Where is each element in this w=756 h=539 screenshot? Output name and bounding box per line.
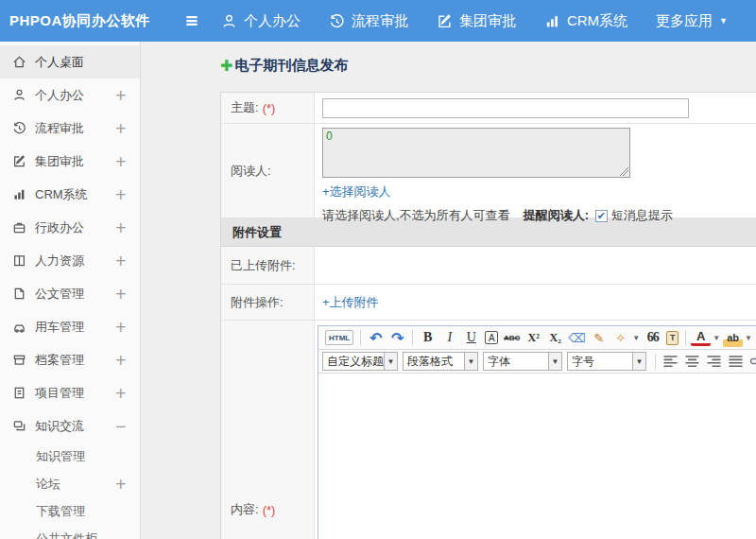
sidebar: 个人桌面 个人办公 + 流程审批 + 集团审批 + CRM系统 + 行政办公 + [0,42,141,539]
sidebar-item-personal-office[interactable]: 个人办公 + [0,78,140,112]
sidebar-subitem-forum[interactable]: 论坛 + [0,470,140,497]
sidebar-item-knowledge-exchange[interactable]: 知识交流 − [0,409,140,443]
expand-plus-icon[interactable]: + [114,476,127,493]
sidebar-item-admin-office[interactable]: 行政办公 + [0,211,140,244]
app-logo: PHPOA协同办公软件 [0,12,174,30]
sidebar-subitem-label: 论坛 [36,476,60,493]
source-code-button[interactable]: HTML [325,330,353,345]
expand-plus-icon[interactable]: + [114,286,127,303]
caret-down-icon: ▼ [384,353,397,370]
sidebar-subitem-public-cabinet[interactable]: 公共文件柜 [0,525,140,539]
readers-label: 阅读人: [231,163,271,180]
hamburger-menu-icon[interactable] [174,12,210,29]
sidebar-item-hr[interactable]: 人力资源 + [0,244,140,277]
readers-textarea[interactable]: 0 [322,128,630,178]
expand-plus-icon[interactable]: + [114,153,127,170]
format-brush-icon[interactable]: ✎ [589,328,609,347]
underline-button[interactable]: U [461,328,481,347]
caret-down-icon: ▼ [632,353,645,370]
font-style-button[interactable]: A [485,331,498,344]
upload-attachment-link[interactable]: +上传附件 [322,294,379,311]
subscript-button[interactable]: X₂ [545,328,565,347]
sidebar-item-label: 流程审批 [35,120,84,137]
sidebar-item-project-mgmt[interactable]: 项目管理 + [0,376,140,409]
sms-label: 短消息提示 [611,207,673,224]
strikethrough-button[interactable]: ABC [502,328,522,347]
top-bar: PHPOA协同办公软件 个人办公 流程审批 集团审批 CRM系统 更多应用 ▼ [0,0,756,42]
editor-toolbar-row1: HTML ↶ ↷ B I U A ABC X² X₂ ⌫ [318,326,756,350]
highlight-color-button[interactable]: ab [723,328,743,347]
sms-checkbox[interactable]: ✔ [595,210,608,222]
topnav-personal-office[interactable]: 个人办公 [221,12,301,30]
edit-icon [437,13,453,29]
sidebar-item-archive-mgmt[interactable]: 档案管理 + [0,343,140,376]
expand-plus-icon[interactable]: + [114,219,127,236]
blockquote-button[interactable]: 66 [643,328,662,347]
sidebar-item-workflow-approval[interactable]: 流程审批 + [0,112,140,145]
uploaded-attachments-row: 已上传附件: [221,247,756,285]
superscript-button[interactable]: X² [524,328,543,347]
paste-plain-button[interactable]: T [666,331,679,345]
subject-input[interactable] [322,98,689,118]
topnav-label: 流程审批 [352,12,408,30]
sidebar-subitem-download-mgmt[interactable]: 下载管理 [0,497,140,525]
topnav-label: CRM系统 [567,12,627,30]
undo-icon[interactable]: ↶ [366,328,386,347]
chart-icon [544,13,560,29]
topnav-more-apps[interactable]: 更多应用 ▼ [656,12,728,30]
sidebar-item-document-mgmt[interactable]: 公文管理 + [0,277,140,310]
expand-plus-icon[interactable]: + [114,319,127,336]
chart-icon [12,187,26,201]
bold-button[interactable]: B [418,328,438,347]
sidebar-item-personal-desktop[interactable]: 个人桌面 [0,45,140,78]
toolbar-separator [360,330,361,345]
sidebar-item-label: 项目管理 [35,385,84,402]
align-justify-icon[interactable] [726,355,746,368]
link-icon[interactable] [747,355,756,368]
uploaded-label-cell: 已上传附件: [221,247,315,284]
select-readers-link[interactable]: +选择阅读人 [322,183,391,200]
sidebar-item-label: 用车管理 [35,319,84,336]
user-icon [12,88,26,102]
topnav-workflow-approval[interactable]: 流程审批 [329,12,408,30]
caret-down-icon[interactable]: ▼ [713,334,720,342]
sidebar-subitem-knowledge-mgmt[interactable]: 知识管理 [0,443,140,470]
expand-plus-icon[interactable]: + [114,385,127,402]
italic-button[interactable]: I [439,328,459,347]
sidebar-item-crm[interactable]: CRM系统 + [0,178,140,211]
align-left-icon[interactable] [661,355,680,368]
paragraph-select[interactable]: 段落格式 ▼ [403,352,478,371]
auto-typeset-icon[interactable]: ✧ [610,328,630,347]
redo-icon[interactable]: ↷ [387,328,407,347]
heading-select[interactable]: 自定义标题 ▼ [322,352,398,371]
readers-hint-text: 请选择阅读人,不选为所有人可查看 [322,207,510,224]
sidebar-item-group-approval[interactable]: 集团审批 + [0,145,140,178]
topnav-crm[interactable]: CRM系统 [544,12,627,30]
align-center-icon[interactable] [682,355,702,368]
topnav-group-approval[interactable]: 集团审批 [437,12,516,30]
expand-plus-icon[interactable]: + [114,352,127,369]
remove-format-icon[interactable]: ⌫ [567,328,587,347]
resize-grip[interactable] [620,167,628,176]
editor-content-area[interactable] [318,374,756,539]
expand-plus-icon[interactable]: + [114,87,127,104]
font-family-select[interactable]: 字体 ▼ [483,352,562,371]
align-right-icon[interactable] [704,355,724,368]
expand-plus-icon[interactable]: + [114,186,127,203]
toolbar-separator [412,330,413,345]
expand-plus-icon[interactable]: + [114,120,127,137]
sidebar-item-label: 人力资源 [35,252,84,270]
content-label-cell: 内容: (*) [221,321,315,539]
font-color-button[interactable]: A [691,330,711,346]
expand-plus-icon[interactable]: + [114,252,127,270]
readers-note-row: 请选择阅读人,不选为所有人可查看 提醒阅读人: ✔ 短消息提示 [322,207,756,224]
font-size-select[interactable]: 字号 ▼ [567,352,646,371]
rich-text-editor: HTML ↶ ↷ B I U A ABC X² X₂ ⌫ [318,325,756,539]
required-mark: (*) [263,101,276,115]
caret-down-icon: ▼ [464,353,477,370]
archive-icon [12,353,26,367]
sidebar-item-vehicle-mgmt[interactable]: 用车管理 + [0,310,140,343]
collapse-minus-icon[interactable]: − [114,418,127,435]
caret-down-icon[interactable]: ▼ [632,334,640,342]
caret-down-icon[interactable]: ▼ [745,334,752,342]
